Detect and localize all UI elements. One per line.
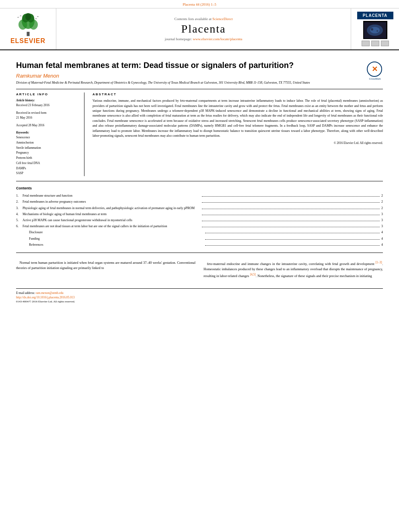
body-para-1: Normal term human parturition is initiat… — [16, 260, 195, 271]
article-title-section: Human fetal membranes at term: Dead tiss… — [16, 60, 383, 85]
contents-item-1: 1. Fetal membrane structure and function… — [16, 193, 383, 199]
keyword-amniochorion: Amniochorion — [16, 140, 80, 146]
crossmark-circle: ✕ — [367, 62, 382, 77]
abstract-column: ABSTRACT Various endocrine, immune, and … — [93, 92, 383, 176]
journal-top-bar: Placenta 44 (2016) 1–5 — [0, 0, 399, 8]
doi-link[interactable]: http://dx.doi.org/10.1016/j.placenta.201… — [16, 296, 74, 299]
article-info-column: ARTICLE INFO Article history: Received 2… — [16, 92, 84, 176]
author-name: Ramkumar Menon — [16, 73, 359, 79]
footer-copyright: 0143-4004/© 2016 Elsevier Ltd. All right… — [16, 300, 383, 303]
contents-section: Contents 1. Fetal membrane structure and… — [16, 186, 383, 248]
keyword-preterm-birth: Preterm birth — [16, 156, 80, 161]
keyword-sterile-inflammation: Sterile inflammation — [16, 146, 80, 151]
article-title-text: Human fetal membranes at term: Dead tiss… — [16, 60, 359, 85]
placenta-icon — [363, 21, 387, 39]
footer-email: E-mail address: ram.menon@utmb.edu — [16, 291, 383, 295]
keywords-label: Keywords: — [16, 131, 80, 134]
crossmark-logo: ✕ CrossMark — [367, 62, 383, 78]
journal-header: ELSEVIER Contents lists available at Sci… — [0, 8, 399, 50]
ref-1-3: [1–3] — [376, 261, 382, 264]
contents-title: Contents — [16, 186, 383, 190]
svg-point-11 — [371, 28, 373, 31]
accepted-date: Accepted 28 May 2016 — [16, 123, 80, 127]
body-text-section: Normal term human parturition is initiat… — [16, 259, 383, 280]
sciencedirect-text: Contents lists available at ScienceDirec… — [175, 17, 233, 21]
elsevier-label: ELSEVIER — [10, 37, 45, 45]
contents-item-4: 4. Mechanisms of biologic aging of human… — [16, 211, 383, 217]
divider-1 — [16, 181, 383, 181]
keyword-damps: DAMPs — [16, 166, 80, 171]
contents-item-funding: Funding 4 — [23, 236, 383, 242]
footer-doi[interactable]: http://dx.doi.org/10.1016/j.placenta.201… — [16, 296, 383, 299]
journal-name: Placenta — [181, 23, 226, 35]
keyword-cell-free-fetal-dna: Cell free fetal DNA — [16, 161, 80, 166]
body-para-2: feto-maternal endocrine and immune chang… — [204, 260, 383, 279]
body-col-left: Normal term human parturition is initiat… — [16, 260, 195, 280]
small-icons — [362, 41, 389, 46]
ref-4-5: [4,5] — [250, 273, 255, 276]
contents-item-5: 5. Active p38 MAPK can cause functional … — [16, 217, 383, 223]
small-icon-2 — [371, 41, 379, 46]
homepage-url-link[interactable]: www.elsevier.com/locate/placenta — [193, 37, 242, 41]
divider-2 — [16, 253, 383, 253]
keyword-pregnancy: Pregnancy — [16, 150, 80, 156]
svg-point-12 — [376, 30, 378, 32]
article-title: Human fetal membranes at term: Dead tiss… — [16, 60, 359, 70]
elsevier-logo-section: ELSEVIER — [0, 8, 56, 49]
history-label: Article history: — [16, 99, 80, 102]
svg-point-7 — [25, 13, 31, 20]
body-col-right: feto-maternal endocrine and immune chang… — [204, 260, 383, 280]
page-footer: E-mail address: ram.menon@utmb.edu http:… — [16, 288, 383, 303]
homepage-text: journal homepage: www.elsevier.com/locat… — [165, 37, 242, 41]
revised-date: Received in revised form 21 May 2016 — [16, 111, 80, 120]
affiliation: Division of Maternal-Fetal Medicine & Pe… — [16, 80, 359, 85]
sciencedirect-link[interactable]: ScienceDirect — [212, 17, 232, 21]
article-body: ARTICLE INFO Article history: Received 2… — [16, 89, 383, 176]
keywords-section: Keywords: Senescence Amniochorion Steril… — [16, 131, 80, 176]
contents-item-6: 6. Fetal membranes are not dead tissues … — [16, 223, 383, 229]
contents-item-references: References 4 — [23, 242, 383, 248]
abstract-title: ABSTRACT — [93, 92, 383, 96]
email-label: E-mail address: — [16, 291, 35, 295]
abstract-text: Various endocrine, immune, and mechanica… — [93, 99, 383, 146]
contents-item-3: 3. Physiologic aging of fetal membranes … — [16, 205, 383, 211]
placenta-logo-label: PLACENTA — [357, 12, 393, 19]
contents-item-disclosure: Disclosure 4 — [23, 229, 383, 235]
journal-name-section: Contents lists available at ScienceDirec… — [56, 8, 351, 49]
elsevier-tree-icon — [12, 13, 44, 37]
email-link[interactable]: ram.menon@utmb.edu — [36, 291, 64, 295]
article-info-title: ARTICLE INFO — [16, 92, 80, 96]
received-date: Received 23 February 2016 — [16, 103, 80, 107]
keyword-sasp: SASP — [16, 171, 80, 176]
journal-citation: Placenta 44 (2016) 1–5 — [183, 2, 216, 6]
small-icon-3 — [381, 41, 389, 46]
keyword-senescence: Senescence — [16, 135, 80, 140]
placenta-logo-section: PLACENTA — [351, 8, 399, 49]
abstract-copyright: © 2016 Elsevier Ltd. All rights reserved… — [93, 141, 383, 146]
word-these: these — [298, 274, 305, 278]
contents-item-2: 2. Fetal membranes in adverse pregnancy … — [16, 199, 383, 205]
small-icon-1 — [362, 41, 370, 46]
crossmark-icon: ✕ — [372, 65, 378, 74]
svg-rect-1 — [27, 32, 29, 36]
main-content: Human fetal membranes at term: Dead tiss… — [0, 50, 399, 307]
